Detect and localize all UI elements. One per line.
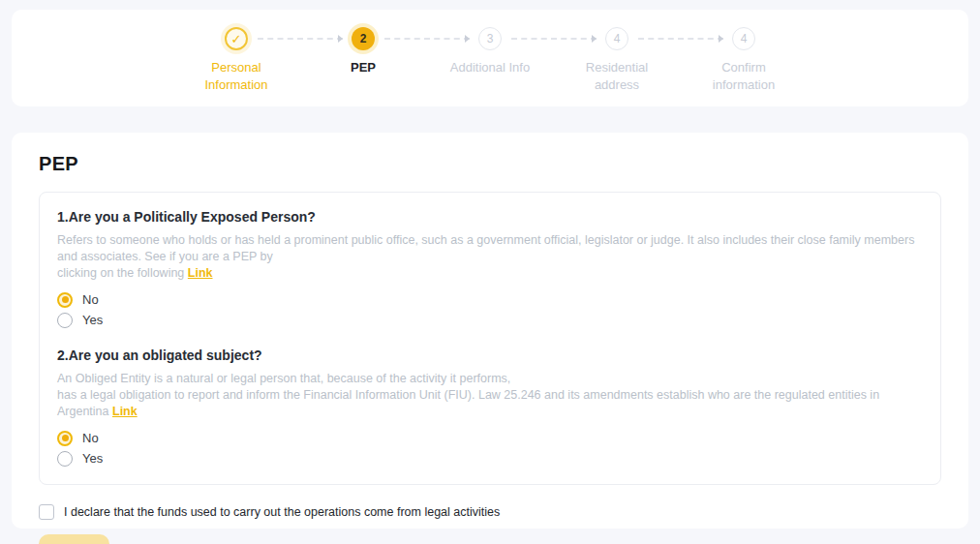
step-number: 4 <box>605 27 628 50</box>
question-obligated-subject: 2.Are you an obligated subject? An Oblig… <box>57 346 923 468</box>
radio-icon[interactable] <box>57 292 73 308</box>
stepper: ✓ Personal Information 2 PEP 3 Additiona… <box>12 10 968 94</box>
declaration-checkbox[interactable] <box>39 504 54 520</box>
radio-icon[interactable] <box>57 431 73 446</box>
step-residential-address: 4 Residential address <box>554 27 681 94</box>
question-description: An Obliged Entity is a natural or legal … <box>57 371 923 420</box>
radio-icon[interactable] <box>57 313 73 328</box>
step-pep: 2 PEP <box>300 27 427 94</box>
declaration-row[interactable]: I declare that the funds used to carry o… <box>39 504 941 520</box>
radio-group-pep: No Yes <box>57 289 923 330</box>
pep-form-card: PEP 1.Are you a Politically Exposed Pers… <box>12 133 968 529</box>
radio-option-no[interactable]: No <box>57 289 923 310</box>
radio-label: No <box>82 292 99 307</box>
description-line2: has a legal obligation to report and inf… <box>57 388 879 418</box>
next-button[interactable]: Next <box>39 534 109 544</box>
radio-label: No <box>82 431 99 445</box>
radio-label: Yes <box>82 451 103 466</box>
question-title: 2.Are you an obligated subject? <box>57 346 923 365</box>
step-additional-info: 3 Additional Info <box>427 27 554 94</box>
radio-icon[interactable] <box>57 451 73 467</box>
description-line2: clicking on the following <box>57 266 184 280</box>
check-icon: ✓ <box>225 27 248 50</box>
step-number: 3 <box>478 27 502 50</box>
step-number: 4 <box>732 27 755 50</box>
radio-option-no[interactable]: No <box>57 428 923 448</box>
radio-group-obligated: No Yes <box>57 428 923 468</box>
stepper-card: ✓ Personal Information 2 PEP 3 Additiona… <box>12 10 968 106</box>
pep-info-link[interactable]: Link <box>188 266 213 280</box>
step-number: 2 <box>352 27 375 50</box>
radio-option-yes[interactable]: Yes <box>57 448 923 468</box>
question-pep: 1.Are you a Politically Exposed Person? … <box>57 207 923 330</box>
step-label: Additional Info <box>450 59 530 76</box>
description-line1: Refers to someone who holds or has held … <box>57 233 914 263</box>
step-label: PEP <box>351 59 376 76</box>
step-confirm-information: 4 Confirm information <box>681 27 808 94</box>
step-label: Confirm information <box>695 59 792 94</box>
questions-box: 1.Are you a Politically Exposed Person? … <box>39 192 941 485</box>
question-title: 1.Are you a Politically Exposed Person? <box>57 207 923 227</box>
description-line1: An Obliged Entity is a natural or legal … <box>57 372 510 385</box>
obligated-subject-info-link[interactable]: Link <box>112 405 138 418</box>
step-personal-information: ✓ Personal Information <box>173 27 300 94</box>
step-label: Personal Information <box>188 59 285 94</box>
question-description: Refers to someone who holds or has held … <box>57 232 923 282</box>
radio-option-yes[interactable]: Yes <box>57 310 923 330</box>
declaration-label: I declare that the funds used to carry o… <box>64 505 500 519</box>
page-title: PEP <box>39 153 941 175</box>
step-label: Residential address <box>568 59 665 94</box>
radio-label: Yes <box>82 313 103 327</box>
